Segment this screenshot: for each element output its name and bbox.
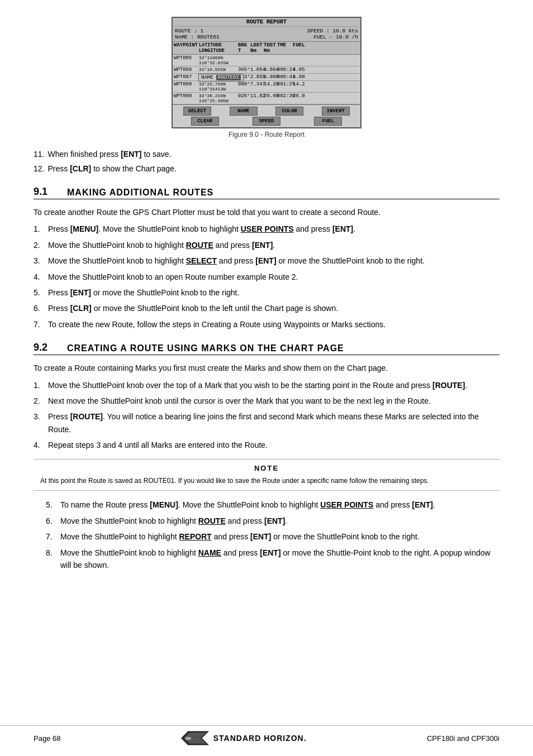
step-num-2: 2. xyxy=(34,239,44,251)
brg-cell: 365° xyxy=(238,67,250,73)
note-box: NOTE At this point the Route is saved as… xyxy=(34,459,499,491)
s2-step-4: 4. Repeat steps 3 and 4 until all Marks … xyxy=(34,439,499,451)
section-91-steps: 1. Press [MENU]. Move the ShuttlePoint k… xyxy=(34,223,499,331)
lat-cell: 33°16.025N xyxy=(199,67,238,73)
table-row: WPT009 33°36.216N110°25.405W 026° 11.82 … xyxy=(173,93,360,104)
tdst-cell: 6.909 xyxy=(264,74,277,80)
step-2: 2. Move the ShuttlePoint knob to highlig… xyxy=(34,239,499,251)
col-lat-lon: LATITUDELONGITUDE xyxy=(199,42,238,54)
tme-cell: 002:36 xyxy=(277,93,293,103)
rr-data-body: WPT005 33°11960N110°32.815W WPT006 33°16… xyxy=(173,55,360,104)
rr-title: ROUTE REPORT xyxy=(175,19,358,27)
step-1: 1. Press [MENU]. Move the ShuttlePoint k… xyxy=(34,223,499,235)
wpt-cell: WPT007 xyxy=(174,74,199,80)
s2-step-content-1: Move the ShuttlePoint knob over the top … xyxy=(48,379,499,391)
step-7: 7. To create the new Route, follow the s… xyxy=(34,318,499,331)
rr-title-bar: ROUTE REPORT ROUTE : 1 SPEED : 10.0 Kts … xyxy=(173,18,360,42)
step-content-7: To create the new Route, follow the step… xyxy=(48,318,499,331)
col-brg: BRGT xyxy=(238,42,250,54)
table-row: WPT005 33°11960N110°32.815W xyxy=(173,55,360,66)
s2-step-content-2: Next move the ShuttlePoint knob until th… xyxy=(48,395,499,407)
step-num-5: 5. xyxy=(34,286,44,299)
col-ldst: LDSTNm xyxy=(250,42,264,54)
speed-button[interactable]: SPEED xyxy=(253,117,280,126)
popup-name-value: ROUTE01 xyxy=(216,75,241,80)
tme-cell: 001:25 xyxy=(277,82,293,92)
ldst-cell: 1.054 xyxy=(250,67,264,73)
s2-step-num-1: 1. xyxy=(34,379,44,391)
section-92-intro: To create a Route containing Marks you f… xyxy=(34,362,499,374)
step-6: 6. Press [CLR] or move the ShuttlePoint … xyxy=(34,302,499,314)
brg-cell: 026° xyxy=(238,93,250,103)
section-92-body: To create a Route containing Marks you f… xyxy=(34,362,499,571)
step-content-2: Move the ShuttlePoint knob to highlight … xyxy=(48,239,499,251)
s2-step-3: 3. Press [ROUTE]. You will notice a bear… xyxy=(34,410,499,436)
table-row: WPT006 33°16.025N 365° 1.054 4.064 000:2… xyxy=(173,66,360,74)
s2-step-content-6: Move the ShuttlePoint knob to highlight … xyxy=(60,515,499,527)
tdst-cell: 14.26 xyxy=(264,82,277,92)
s2-step-num-3: 3. xyxy=(34,410,44,436)
s2-step-content-5: To name the Route press [MENU]. Move the… xyxy=(60,499,499,511)
fuel-button[interactable]: FUEL xyxy=(314,117,342,126)
s2-step-num-2: 2. xyxy=(34,395,44,407)
s2-step-8: 8. Move the ShuttlePoint knob to highlig… xyxy=(46,547,499,572)
wpt-cell: WPT005 xyxy=(174,55,199,65)
footer-logo-area: SH STANDARD HORIZON. xyxy=(181,730,307,746)
step-5: 5. Press [ENT] or move the ShuttlePoint … xyxy=(34,286,499,299)
invert-button[interactable]: INVERT xyxy=(322,107,350,116)
fuel-cell: 14.2 xyxy=(293,82,308,92)
s2-step-content-4: Repeat steps 3 and 4 until all Marks are… xyxy=(48,439,499,451)
rr-buttons-row1: SELECT NAME COLOR INVERT xyxy=(173,104,360,116)
step-content-5: Press [ENT] or move the ShuttlePoint kno… xyxy=(48,286,499,299)
route-report-box: ROUTE REPORT ROUTE : 1 SPEED : 10.0 Kts … xyxy=(172,17,361,128)
section-91-heading: 9.1 MAKING ADDITIONAL ROUTES xyxy=(34,186,499,199)
s2-step-content-3: Press [ROUTE]. You will notice a bearing… xyxy=(48,410,499,436)
s2-step-5: 5. To name the Route press [MENU]. Move … xyxy=(46,499,499,511)
wpt-cell: WPT008 xyxy=(174,82,199,92)
footer-brand: STANDARD HORIZON. xyxy=(213,734,307,743)
fuel-cell xyxy=(293,55,308,65)
ldst-cell: 7.347 xyxy=(250,82,264,92)
section-91-body: To create another Route the GPS Chart Pl… xyxy=(34,206,499,331)
name-button[interactable]: NAME xyxy=(230,107,258,116)
tme-cell: 000:24 xyxy=(277,67,293,73)
s2-step-6: 6. Move the ShuttlePoint knob to highlig… xyxy=(46,515,499,527)
col-tme: TME xyxy=(277,42,293,54)
footer-page: Page 68 xyxy=(34,734,60,743)
s2-step-1: 1. Move the ShuttlePoint knob over the t… xyxy=(34,379,499,391)
section-91-title: MAKING ADDITIONAL ROUTES xyxy=(67,188,213,198)
s2-step-num-8: 8. xyxy=(46,547,56,572)
page-label: Page xyxy=(34,734,50,743)
step-content-3: Move the ShuttlePoint knob to highlight … xyxy=(48,255,499,267)
lat-cell: 33°25.760N110°31413W xyxy=(199,82,238,92)
section-92-num: 9.2 xyxy=(34,342,56,353)
rr-col-headers: WAYPOINT LATITUDELONGITUDE BRGT LDSTNm T… xyxy=(173,42,360,55)
rr-buttons-row2: CLEAR SPEED FUEL xyxy=(173,116,360,127)
step-content-1: Press [MENU]. Move the ShuttlePoint knob… xyxy=(48,223,499,235)
step-num-6: 6. xyxy=(34,302,44,314)
note-text: At this point the Route is saved as ROUT… xyxy=(40,476,493,486)
s2-step-content-7: Move the ShuttlePoint to highlight REPOR… xyxy=(60,530,499,543)
step-3: 3. Move the ShuttlePoint knob to highlig… xyxy=(34,255,499,267)
section-92-steps: 1. Move the ShuttlePoint knob over the t… xyxy=(34,379,499,452)
s2-step-num-4: 4. xyxy=(34,439,44,451)
step-content-6: Press [CLR] or move the ShuttlePoint kno… xyxy=(48,302,499,314)
step-12-num: 12. xyxy=(34,163,44,175)
rr-speed-label: SPEED : 10.0 Kts xyxy=(307,28,358,34)
s2-step-2: 2. Next move the ShuttlePoint knob until… xyxy=(34,395,499,407)
clear-button[interactable]: CLEAR xyxy=(191,117,219,126)
fuel-cell: 26.0 xyxy=(293,93,308,103)
wpt-cell: WPT009 xyxy=(174,93,199,103)
lat-cell: 33°11960N110°32.815W xyxy=(199,55,238,65)
tdst-cell xyxy=(264,55,277,65)
figure-caption: Figure 9.0 - Route Report xyxy=(229,131,304,138)
brg-cell: 000° xyxy=(238,82,250,92)
step-content-4: Move the ShuttlePoint knob to an open Ro… xyxy=(48,271,499,283)
lat-cell: 33°36.216N110°25.405W xyxy=(199,93,238,103)
color-button[interactable]: COLOR xyxy=(275,107,303,116)
section-92-steps-continued: 5. To name the Route press [MENU]. Move … xyxy=(34,499,499,571)
tdst-cell: 4.064 xyxy=(264,67,277,73)
section-92-title: CREATING A ROUTE USING MARKS ON THE CHAR… xyxy=(67,343,344,353)
select-button[interactable]: SELECT xyxy=(183,107,211,116)
wpt-cell: WPT006 xyxy=(174,67,199,73)
